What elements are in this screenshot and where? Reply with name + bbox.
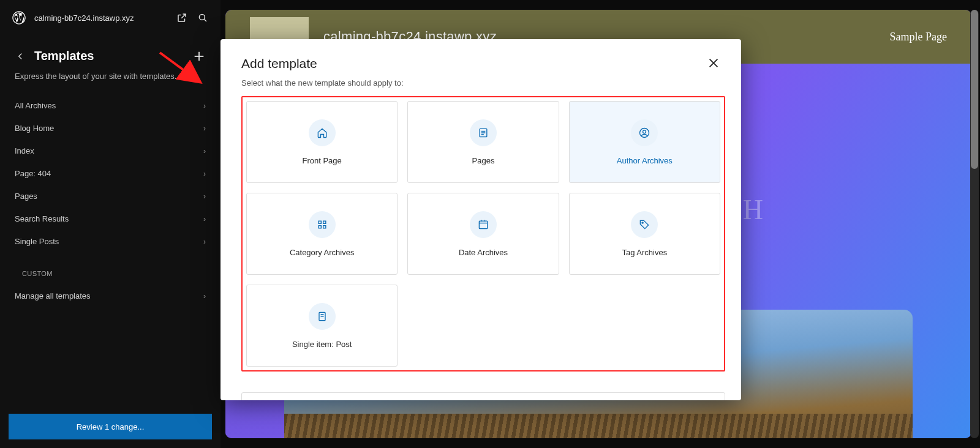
template-label: Pages (15, 192, 37, 201)
template-option-single-post[interactable]: Single item: Post (246, 285, 398, 367)
template-item[interactable]: Index› (7, 140, 213, 162)
template-label: Blog Home (15, 124, 54, 133)
add-template-button[interactable] (192, 50, 206, 63)
add-template-modal: Add template Select what the new templat… (221, 39, 741, 400)
site-name[interactable]: calming-bb7c24.instawp.xyz (34, 13, 168, 23)
template-options-grid: Front Page Pages Author Archives Categor… (241, 96, 725, 371)
home-icon (309, 119, 336, 146)
svg-point-1 (199, 14, 205, 20)
section-description: Express the layout of your site with tem… (0, 68, 221, 94)
close-icon[interactable] (707, 56, 720, 70)
template-item[interactable]: All Archives› (7, 94, 213, 117)
search-icon[interactable] (197, 12, 208, 23)
option-label: Category Archives (290, 248, 355, 257)
option-label: Author Archives (617, 156, 673, 165)
option-label: Single item: Post (292, 340, 352, 349)
svg-rect-16 (318, 225, 321, 228)
modal-title: Add template (241, 56, 707, 71)
back-icon[interactable] (15, 51, 26, 62)
open-external-icon[interactable] (176, 12, 187, 23)
manage-templates-item[interactable]: Manage all templates› (7, 285, 213, 307)
template-label: Single Posts (15, 237, 59, 246)
review-label: Review 1 change... (77, 422, 145, 431)
scrollbar-thumb[interactable] (971, 10, 978, 169)
preview-scrollbar[interactable] (970, 10, 979, 438)
chevron-right-icon: › (203, 237, 206, 246)
template-option-category-archives[interactable]: Category Archives (246, 193, 398, 275)
template-item[interactable]: Page: 404› (7, 162, 213, 185)
modal-header: Add template (221, 39, 741, 76)
author-icon (631, 119, 658, 146)
calendar-icon (470, 211, 497, 238)
svg-rect-15 (323, 221, 325, 223)
review-changes-button[interactable]: Review 1 change... (9, 414, 212, 439)
svg-line-2 (204, 19, 206, 21)
sidebar-top: calming-bb7c24.instawp.xyz (0, 0, 221, 35)
template-item[interactable]: Pages› (7, 185, 213, 207)
option-label: Tag Archives (622, 248, 667, 257)
template-option-author-archives[interactable]: Author Archives (569, 101, 720, 183)
option-label: Date Archives (459, 248, 508, 257)
custom-heading: CUSTOM (7, 253, 213, 285)
svg-point-13 (643, 130, 646, 133)
grid-icon (309, 211, 336, 238)
manage-label: Manage all templates (15, 291, 91, 301)
chevron-right-icon: › (203, 192, 206, 201)
section-title: Templates (34, 49, 192, 63)
preview-nav-link: Sample Page (890, 31, 947, 43)
template-label: Search Results (15, 214, 69, 223)
option-label: Pages (472, 156, 495, 165)
svg-point-22 (642, 222, 643, 223)
chevron-right-icon: › (203, 215, 206, 223)
chevron-right-icon: › (203, 102, 206, 110)
template-item[interactable]: Search Results› (7, 207, 213, 230)
preview-hero-text: H (743, 193, 763, 226)
modal-subtitle: Select what the new template should appl… (221, 76, 741, 96)
tag-icon (631, 211, 658, 238)
chevron-right-icon: › (203, 147, 206, 155)
chevron-right-icon: › (203, 292, 206, 301)
section-header: Templates (0, 35, 221, 68)
svg-rect-18 (479, 221, 487, 229)
sidebar: calming-bb7c24.instawp.xyz Templates Exp… (0, 0, 221, 448)
chevron-right-icon: › (203, 124, 206, 133)
partial-card[interactable] (241, 392, 725, 400)
chevron-right-icon: › (203, 170, 206, 178)
template-option-pages[interactable]: Pages (407, 101, 559, 183)
template-list: All Archives› Blog Home› Index› Page: 40… (0, 94, 221, 405)
template-item[interactable]: Blog Home› (7, 117, 213, 140)
template-label: Index (15, 146, 34, 155)
template-item[interactable]: Single Posts› (7, 230, 213, 253)
post-icon (309, 303, 336, 330)
template-option-tag-archives[interactable]: Tag Archives (569, 193, 720, 275)
template-option-date-archives[interactable]: Date Archives (407, 193, 559, 275)
option-label: Front Page (303, 156, 342, 165)
modal-body[interactable]: Front Page Pages Author Archives Categor… (221, 96, 741, 400)
template-label: Page: 404 (15, 169, 51, 178)
template-label: All Archives (15, 101, 56, 110)
page-icon (470, 119, 497, 146)
svg-rect-14 (318, 221, 321, 223)
wordpress-logo-icon[interactable] (12, 11, 26, 24)
svg-rect-17 (323, 225, 325, 228)
template-option-front-page[interactable]: Front Page (246, 101, 398, 183)
